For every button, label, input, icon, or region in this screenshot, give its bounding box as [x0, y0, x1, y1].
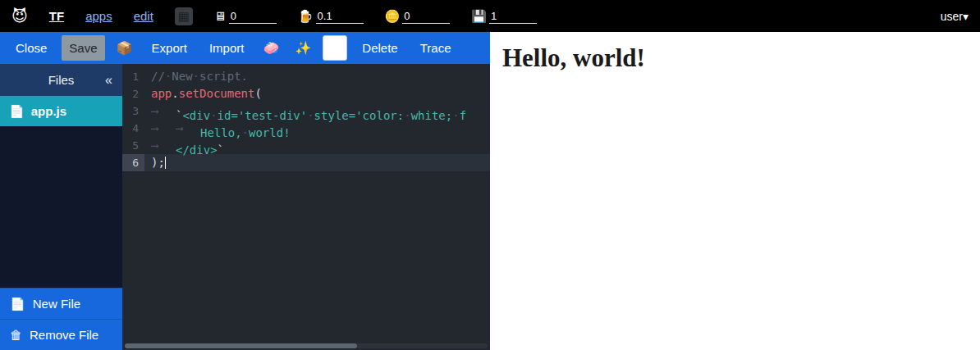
coin-icon: 🪙 — [385, 9, 401, 24]
new-file-icon: 📄 — [10, 297, 25, 311]
editor-toolbar: Close Save 📦 Export Import 🧼 ✨ Delete Tr… — [0, 32, 490, 64]
nav-link-edit[interactable]: edit — [134, 9, 153, 23]
user-menu[interactable]: user▾ — [941, 10, 969, 23]
save-button[interactable]: Save — [62, 35, 104, 61]
code-lines: 1//·New·script.2app.setDocument(3⟶`<div·… — [122, 68, 490, 171]
scrollbar-thumb[interactable] — [125, 343, 357, 348]
code-line[interactable]: 2app.setDocument( — [122, 85, 490, 102]
floppy-counter-value[interactable]: 1 — [489, 10, 537, 24]
topbar: 😈 TF apps edit ▦ 🖥 0 🍺 0.1 🪙 0 💾 1 user▾ — [0, 0, 980, 32]
preview-heading: Hello, world! — [502, 43, 980, 73]
trash-icon: 🗑 — [10, 328, 22, 342]
line-number: 4 — [122, 120, 144, 137]
coin-counter-value[interactable]: 0 — [402, 10, 450, 24]
sidebar-spacer — [0, 126, 122, 288]
blank-swatch-button[interactable] — [323, 35, 347, 61]
beer-icon: 🍺 — [298, 9, 314, 24]
trace-button[interactable]: Trace — [413, 35, 459, 61]
nav-link-tf[interactable]: TF — [49, 9, 64, 23]
remove-file-label: Remove File — [30, 328, 98, 342]
floppy-counter: 💾 1 — [471, 9, 537, 24]
grid-icon[interactable]: ▦ — [175, 7, 193, 25]
files-header: Files « — [0, 64, 122, 96]
new-file-button[interactable]: 📄 New File — [0, 288, 122, 319]
package-icon[interactable]: 📦 — [112, 34, 137, 61]
line-number: 1 — [122, 68, 144, 85]
code-text: app.setDocument( — [144, 85, 262, 102]
horizontal-scrollbar — [125, 343, 488, 348]
coin-counter: 🪙 0 — [385, 9, 451, 24]
code-line[interactable]: 3⟶`<div·id='test-div'·style='color:·whit… — [122, 102, 490, 120]
export-button[interactable]: Export — [144, 35, 195, 61]
collapse-sidebar-icon[interactable]: « — [105, 73, 112, 88]
monitor-icon: 🖥 — [214, 9, 227, 24]
code-line[interactable]: 4⟶⟶Hello,·world! — [122, 120, 490, 137]
monitor-counter: 🖥 0 — [214, 9, 277, 24]
beer-counter: 🍺 0.1 — [298, 9, 364, 24]
files-sidebar: Files « 📄 app.js 📄 New File 🗑 Remove Fil… — [0, 64, 122, 350]
file-name: app.js — [31, 104, 66, 118]
code-line[interactable]: 5⟶</div>` — [122, 137, 490, 154]
file-item-appjs[interactable]: 📄 app.js — [0, 96, 122, 126]
code-line[interactable]: 6); — [122, 154, 490, 171]
ide-panel: Close Save 📦 Export Import 🧼 ✨ Delete Tr… — [0, 32, 490, 350]
close-button[interactable]: Close — [8, 35, 54, 61]
monitor-counter-value[interactable]: 0 — [229, 10, 277, 24]
text-cursor — [165, 157, 167, 169]
line-number: 6 — [122, 154, 144, 171]
code-editor[interactable]: 1//·New·script.2app.setDocument(3⟶`<div·… — [122, 64, 490, 350]
remove-file-button[interactable]: 🗑 Remove File — [0, 319, 122, 350]
line-number: 3 — [122, 102, 144, 120]
soap-icon[interactable]: 🧼 — [259, 34, 283, 61]
sparkles-icon[interactable]: ✨ — [291, 34, 315, 61]
new-file-label: New File — [33, 297, 80, 311]
beer-counter-value[interactable]: 0.1 — [316, 10, 364, 24]
import-button[interactable]: Import — [202, 35, 252, 61]
floppy-icon: 💾 — [471, 9, 487, 24]
file-icon: 📄 — [9, 104, 25, 119]
code-text: ⟶⟶Hello,·world! — [144, 120, 291, 137]
code-text: ⟶`<div·id='test-div'·style='color:·white… — [144, 102, 466, 120]
code-text: ⟶</div>` — [144, 137, 224, 154]
code-text: ); — [144, 154, 166, 171]
nav-link-apps[interactable]: apps — [85, 9, 112, 23]
line-number: 2 — [122, 85, 144, 102]
files-title: Files — [48, 73, 75, 87]
line-number: 5 — [122, 137, 144, 154]
delete-button[interactable]: Delete — [355, 35, 405, 61]
main-area: Close Save 📦 Export Import 🧼 ✨ Delete Tr… — [0, 32, 980, 350]
devil-logo-icon[interactable]: 😈 — [11, 8, 28, 24]
code-line[interactable]: 1//·New·script. — [122, 68, 490, 85]
preview-pane: Hello, world! — [490, 32, 980, 350]
code-text: //·New·script. — [144, 68, 248, 85]
